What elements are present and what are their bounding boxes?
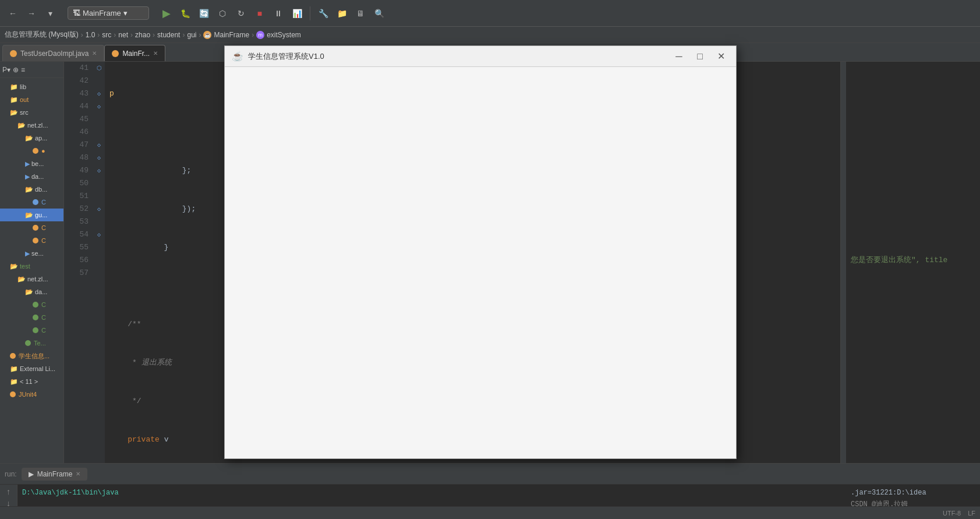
tree-out-label: out — [20, 96, 29, 103]
tree-src[interactable]: 📂 src — [0, 106, 63, 119]
settings-icon[interactable]: 🔧 — [315, 5, 331, 22]
tree-gu-file2[interactable]: C — [0, 234, 63, 247]
tree-da-label: da... — [31, 173, 44, 180]
tree-external[interactable]: 📁 External Li... — [0, 362, 63, 375]
gutter-47: ◇ — [95, 139, 103, 151]
tree-te[interactable]: Te... — [0, 337, 63, 349]
bc-student[interactable]: student — [157, 31, 180, 39]
project-selector[interactable]: 🏗 MainFrame ▾ — [68, 6, 149, 20]
gutter-45 — [95, 113, 103, 126]
scroll-track[interactable] — [840, 62, 846, 463]
tree-db[interactable]: 📂 db... — [0, 183, 63, 196]
tree-lib[interactable]: 📁 lib — [0, 80, 63, 93]
tree-test-label: test — [20, 263, 30, 270]
bc-sep3: › — [114, 31, 116, 39]
run2-icon[interactable]: ■ — [252, 5, 268, 22]
file-dot-db — [33, 199, 38, 205]
tree-test-file1-label: C — [41, 301, 46, 308]
tree-gu-label: gu... — [35, 211, 47, 218]
tree-test-file2-label: C — [41, 314, 46, 321]
gutter-42 — [95, 75, 103, 87]
tree-11[interactable]: 📁 < 11 > — [0, 375, 63, 388]
dialog-close-btn[interactable]: ✕ — [713, 50, 729, 63]
dropdown-btn[interactable]: ▾ — [42, 5, 58, 22]
reload-icon[interactable]: 🔄 — [196, 5, 212, 22]
run-icon[interactable]: ▶ — [158, 5, 175, 22]
build-icon[interactable]: ⬡ — [214, 5, 231, 22]
run-tab-label: MainFrame — [37, 470, 73, 478]
file-dot-gu2 — [33, 238, 38, 243]
tab-testuserda[interactable]: TestUserDaoImpl.java ✕ — [2, 45, 104, 61]
run-tab-icon: ▶ — [29, 470, 34, 478]
folder-icon-gu: 📂 — [25, 211, 33, 219]
bc-project[interactable]: 信息管理系统 (Mysql版) — [5, 30, 79, 40]
status-lf: LF — [968, 510, 975, 517]
tree-netzl[interactable]: 📂 net.zl... — [0, 119, 63, 132]
bc-src[interactable]: src — [102, 31, 111, 39]
coverage-icon[interactable]: 📊 — [289, 5, 305, 22]
dialog-maximize-btn[interactable]: □ — [692, 50, 708, 63]
run-tab-close[interactable]: ✕ — [76, 471, 80, 477]
search-icon[interactable]: 🔍 — [371, 5, 387, 22]
back-btn[interactable]: ← — [5, 5, 21, 22]
bc-exit[interactable]: exitSystem — [267, 31, 301, 39]
tree-test[interactable]: 📂 test — [0, 260, 63, 273]
gutter-53 — [95, 216, 103, 228]
tree-out[interactable]: 📁 out — [0, 93, 63, 106]
run-tab-mainframe[interactable]: ▶ MainFrame ✕ — [22, 468, 88, 481]
screenshot-icon[interactable]: 🖥 — [352, 5, 369, 22]
tab-close-test[interactable]: ✕ — [92, 50, 97, 57]
folder-icon-ap: 📂 — [25, 135, 33, 142]
debug-icon[interactable]: 🐛 — [177, 5, 193, 22]
file-dot-test3 — [33, 327, 38, 333]
tree-se[interactable]: ▶ se... — [0, 247, 63, 260]
tree-junit4[interactable]: JUnit4 — [0, 388, 63, 401]
tree-be[interactable]: ▶ be... — [0, 157, 63, 170]
folder-icon-src: 📂 — [10, 109, 18, 116]
sidebar-icon3[interactable]: ≡ — [21, 66, 25, 74]
tree-test-file3-label: C — [41, 327, 46, 334]
pause-icon[interactable]: ⏸ — [270, 5, 286, 22]
tree-xuesheng[interactable]: 学生信息... — [0, 349, 63, 362]
gutter-50 — [95, 177, 103, 190]
tree-test-da[interactable]: 📂 da... — [0, 285, 63, 298]
tree-test-file3[interactable]: C — [0, 324, 63, 337]
bc-gui[interactable]: gui — [187, 31, 196, 39]
file-dot-ap — [33, 148, 38, 154]
sidebar-icon1[interactable]: P▾ — [2, 66, 10, 74]
bc-mainframe[interactable]: MainFrame — [214, 31, 249, 39]
tree-gu-file1[interactable]: C — [0, 221, 63, 234]
sidebar-icon2[interactable]: ⊕ — [13, 66, 19, 74]
gutter-49: ◇ — [95, 164, 103, 177]
tree-ap-file[interactable]: ● — [0, 144, 63, 157]
forward-btn[interactable]: → — [23, 5, 40, 22]
dialog-minimize-btn[interactable]: ─ — [671, 50, 687, 63]
bc-net[interactable]: net — [118, 31, 128, 39]
tree-test-netzl[interactable]: 📂 net.zl... — [0, 273, 63, 285]
reload2-icon[interactable]: ↻ — [233, 5, 249, 22]
tree-ap[interactable]: 📂 ap... — [0, 132, 63, 144]
folder-icon-db: 📂 — [25, 186, 33, 193]
bc-zhao[interactable]: zhao — [135, 31, 150, 39]
dropdown-arrow: ▾ — [123, 9, 128, 17]
tab-close-main[interactable]: ✕ — [153, 50, 158, 57]
console-line1: D:\Java\jdk-11\bin\java — [22, 487, 841, 499]
bc-exit-icon: m — [256, 31, 264, 39]
tree-test-da-label: da... — [35, 288, 47, 295]
tree-db-file[interactable]: C — [0, 196, 63, 209]
tree-gu[interactable]: 📂 gu... — [0, 209, 63, 221]
tab-mainframe[interactable]: MainFr... ✕ — [104, 45, 165, 61]
sidebar: P▾ ⊕ ≡ 📁 lib 📁 out 📂 src 📂 — [0, 62, 64, 463]
bc-version[interactable]: 1.0 — [86, 31, 95, 39]
console-up-icon[interactable]: ↑ — [6, 487, 10, 496]
folder-icon-netzl: 📂 — [17, 122, 26, 129]
tree-da[interactable]: ▶ da... — [0, 170, 63, 183]
gutter-46 — [95, 126, 103, 139]
tree-test-file2[interactable]: C — [0, 311, 63, 324]
folder-icon-be: ▶ — [25, 160, 30, 168]
open-icon[interactable]: 📁 — [334, 5, 350, 22]
tree-test-file1[interactable]: C — [0, 298, 63, 311]
dialog-body — [225, 67, 736, 458]
bc-sep6: › — [182, 31, 185, 39]
tree-db-file-label: C — [41, 199, 46, 206]
